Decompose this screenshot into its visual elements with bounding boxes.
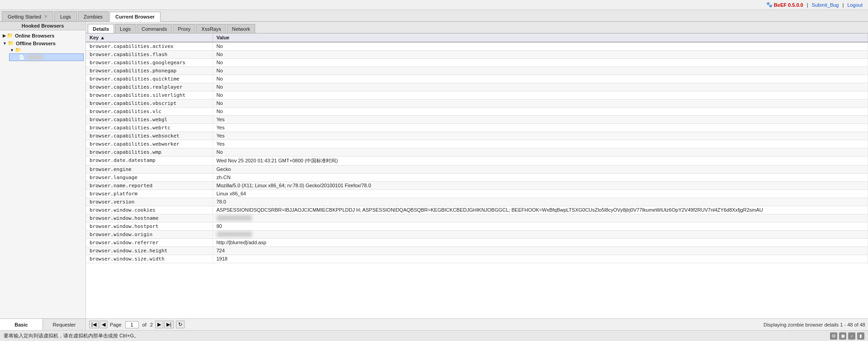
prev-page-button[interactable]: ◀ (100, 321, 108, 328)
sub-tabs: Details Logs Commands Proxy XssRays Netw… (86, 22, 868, 33)
cell-key: browser.capabilities.phonegap (86, 67, 213, 75)
table-row: browser.window.hostname192.168.xxx.xxx (86, 214, 868, 223)
cell-value: 192.168.xxx.xxx (213, 231, 868, 239)
table-row: browser.window.referrerhttp://[blurred]/… (86, 239, 868, 247)
last-page-button[interactable]: ▶| (164, 321, 174, 328)
table-row: browser.window.hostport80 (86, 223, 868, 231)
first-page-button[interactable]: |◀ (89, 321, 99, 328)
col-header-value[interactable]: Value (213, 33, 868, 42)
table-row: browser.capabilities.quicktimeNo (86, 75, 868, 83)
browser-tree-item-0[interactable]: 📄 (9, 53, 84, 61)
table-row: browser.date.datestampWed Nov 25 2020 01… (86, 156, 868, 166)
cell-value: No (213, 91, 868, 99)
page-input[interactable] (125, 321, 139, 328)
cell-key: browser.window.size.height (86, 247, 213, 255)
sidebar: Hooked Browsers ▶ 📁 Online Browsers ▼ 📁 … (0, 22, 86, 330)
table-row: browser.capabilities.websocketYes (86, 132, 868, 140)
col-header-key[interactable]: Key ▲ (86, 33, 213, 42)
table-row: browser.capabilities.activexNo (86, 42, 868, 51)
tree-subgroup-offline[interactable]: ▼ 📁 (9, 47, 84, 53)
sub-tab-details[interactable]: Details (88, 24, 114, 33)
tree-group-offline-header[interactable]: ▼ 📁 Offline Browsers (2, 40, 84, 47)
table-row: browser.capabilities.googlegearsNo (86, 59, 868, 67)
cell-value: No (213, 42, 868, 51)
cell-key: browser.capabilities.vbscript (86, 99, 213, 108)
tab-zombies[interactable]: Zombies (78, 11, 109, 21)
cell-key: browser.window.referrer (86, 239, 213, 247)
table-row: browser.capabilities.flashNo (86, 51, 868, 59)
table-row: browser.window.cookiesASPSESSIONIDSQDCSR… (86, 206, 868, 214)
sidebar-footer: Basic Requester (0, 318, 85, 330)
cell-value: No (213, 108, 868, 116)
cell-value: 1918 (213, 255, 868, 263)
logout-link[interactable]: Logout (847, 2, 863, 8)
browser-tree: ▶ 📁 Online Browsers ▼ 📁 Offline Browsers… (0, 30, 85, 318)
sub-tab-commands[interactable]: Commands (137, 24, 172, 33)
cell-key: browser.window.origin (86, 231, 213, 239)
tab-logs[interactable]: Logs (54, 11, 77, 21)
sidebar-tab-requester[interactable]: Requester (43, 319, 85, 330)
cell-value: No (213, 99, 868, 108)
battery-icon: ▮ (857, 332, 864, 340)
cell-value: Linux x86_64 (213, 190, 868, 198)
sub-tab-network[interactable]: Network (227, 24, 255, 33)
table-row: browser.capabilities.realplayerNo (86, 83, 868, 91)
table-row: browser.capabilities.webrtcYes (86, 124, 868, 132)
table-row: browser.version78.0 (86, 198, 868, 206)
cell-value: No (213, 51, 868, 59)
table-row: browser.capabilities.silverlightNo (86, 91, 868, 99)
cell-key: browser.window.hostport (86, 223, 213, 231)
next-page-button[interactable]: ▶ (155, 321, 163, 328)
cell-key: browser.capabilities.websocket (86, 132, 213, 140)
cell-value: http://[blurred]/add.asp (213, 239, 868, 247)
sub-tab-logs[interactable]: Logs (115, 24, 136, 33)
cell-value: 192.168.xxx.xxx (213, 214, 868, 223)
cell-key: browser.name.reported (86, 182, 213, 190)
sub-tab-proxy[interactable]: Proxy (173, 24, 195, 33)
tab-current-browser[interactable]: Current Browser (109, 12, 161, 22)
table-row: browser.name.reportedMozilla/5.0 (X11; L… (86, 182, 868, 190)
triangle-down-icon: ▼ (3, 41, 7, 46)
cell-value: ASPSESSIONIDSQDCSRBR=IBJJAOJCICMMIECBKPP… (213, 206, 868, 214)
table-row: browser.platformLinux x86_64 (86, 190, 868, 198)
triangle-icon: ▶ (3, 33, 6, 38)
table-row: browser.window.size.height724 (86, 247, 868, 255)
browser-details-table: Key ▲ Value browser.capabilities.activex… (86, 33, 868, 263)
cell-value: Yes (213, 132, 868, 140)
details-table: Key ▲ Value browser.capabilities.activex… (86, 33, 868, 318)
of-label: of (142, 322, 147, 327)
sidebar-header: Hooked Browsers (0, 22, 85, 30)
cell-key: browser.language (86, 174, 213, 182)
beef-icon: 🐾 (766, 2, 773, 8)
table-row: browser.engineGecko (86, 166, 868, 174)
topbar: 🐾 BeEF 0.5.0.0 | Submit_Bug | Logout (0, 0, 868, 10)
browser-ip-label (27, 55, 43, 60)
tree-group-online-header[interactable]: ▶ 📁 Online Browsers (2, 32, 84, 39)
tree-group-offline: ▼ 📁 Offline Browsers ▼ 📁 📄 (2, 40, 84, 61)
cell-key: browser.capabilities.realplayer (86, 83, 213, 91)
sidebar-tab-basic[interactable]: Basic (0, 319, 43, 330)
folder-icon-offline: 📁 (8, 40, 14, 46)
cell-value: Gecko (213, 166, 868, 174)
sub-tab-xssrays[interactable]: XssRays (196, 24, 226, 33)
total-records-info: Displaying zombie browser details 1 - 48… (764, 322, 865, 327)
cell-key: browser.capabilities.webgl (86, 116, 213, 124)
cell-value: 80 (213, 223, 868, 231)
tab-getting-started[interactable]: Getting Started ✕ (2, 11, 53, 21)
submit-bug-link[interactable]: Submit_Bug (812, 2, 839, 8)
close-getting-started[interactable]: ✕ (44, 14, 47, 19)
cell-value: Yes (213, 124, 868, 132)
cell-value: 78.0 (213, 198, 868, 206)
table-row: browser.capabilities.webglYes (86, 116, 868, 124)
item-folder-icon: 📄 (19, 54, 25, 60)
page-label: Page (110, 322, 122, 327)
cell-value: No (213, 75, 868, 83)
main-content: Details Logs Commands Proxy XssRays Netw… (86, 22, 868, 330)
table-row: browser.window.origin192.168.xxx.xxx (86, 231, 868, 239)
main-tabs: Getting Started ✕ Logs Zombies Current B… (0, 10, 868, 22)
cell-value: 724 (213, 247, 868, 255)
network-icon: ⊞ (830, 332, 837, 340)
refresh-button[interactable]: ↻ (176, 321, 185, 328)
total-pages: 2 (150, 322, 153, 327)
cell-key: browser.capabilities.silverlight (86, 91, 213, 99)
